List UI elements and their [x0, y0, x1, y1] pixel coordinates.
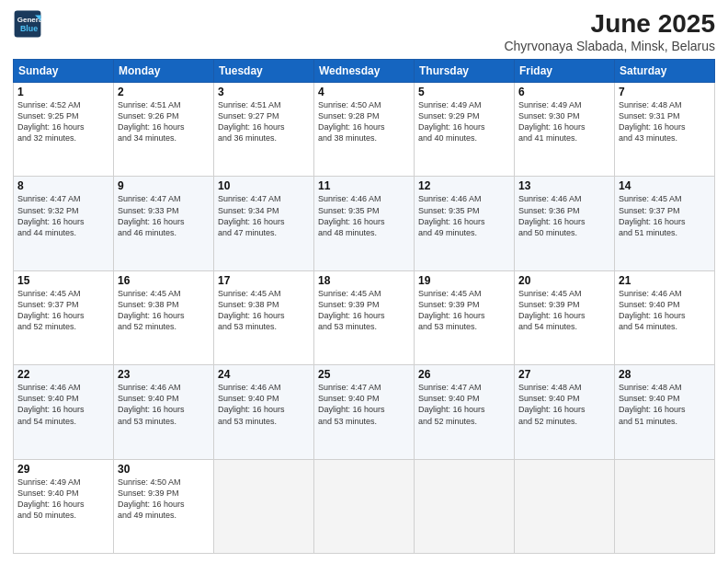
day-info: Sunrise: 4:48 AM Sunset: 9:40 PM Dayligh…: [518, 383, 586, 425]
day-number: 21: [619, 274, 711, 287]
day-number: 4: [318, 86, 410, 98]
day-info: Sunrise: 4:46 AM Sunset: 9:36 PM Dayligh…: [518, 194, 586, 236]
day-cell-29: 29Sunrise: 4:49 AM Sunset: 9:40 PM Dayli…: [14, 459, 114, 553]
day-cell-16: 16Sunrise: 4:45 AM Sunset: 9:38 PM Dayli…: [114, 270, 214, 364]
week-row-4: 22Sunrise: 4:46 AM Sunset: 9:40 PM Dayli…: [14, 365, 715, 459]
week-row-1: 1Sunrise: 4:52 AM Sunset: 9:25 PM Daylig…: [14, 83, 715, 177]
day-cell-11: 11Sunrise: 4:46 AM Sunset: 9:35 PM Dayli…: [314, 177, 415, 270]
day-cell-1: 1Sunrise: 4:52 AM Sunset: 9:25 PM Daylig…: [14, 83, 114, 177]
day-number: 12: [418, 179, 510, 192]
day-number: 13: [518, 179, 610, 192]
empty-cell: [214, 459, 314, 553]
day-number: 5: [418, 86, 510, 98]
day-info: Sunrise: 4:52 AM Sunset: 9:25 PM Dayligh…: [17, 100, 85, 143]
day-number: 19: [418, 274, 510, 287]
day-number: 1: [17, 86, 109, 98]
day-cell-4: 4Sunrise: 4:50 AM Sunset: 9:28 PM Daylig…: [314, 83, 415, 177]
day-info: Sunrise: 4:45 AM Sunset: 9:39 PM Dayligh…: [518, 289, 586, 331]
day-cell-19: 19Sunrise: 4:45 AM Sunset: 9:39 PM Dayli…: [415, 270, 515, 364]
page-title: June 2025: [504, 9, 715, 39]
day-cell-21: 21Sunrise: 4:46 AM Sunset: 9:40 PM Dayli…: [615, 270, 715, 364]
day-number: 28: [619, 368, 711, 381]
day-info: Sunrise: 4:50 AM Sunset: 9:39 PM Dayligh…: [118, 477, 185, 520]
calendar-header-row: SundayMondayTuesdayWednesdayThursdayFrid…: [14, 60, 715, 83]
day-info: Sunrise: 4:45 AM Sunset: 9:37 PM Dayligh…: [619, 194, 686, 236]
day-number: 7: [619, 86, 711, 98]
week-row-2: 8Sunrise: 4:47 AM Sunset: 9:32 PM Daylig…: [14, 177, 715, 270]
day-cell-6: 6Sunrise: 4:49 AM Sunset: 9:30 PM Daylig…: [515, 83, 615, 177]
title-block: June 2025 Chyrvonaya Slabada, Minsk, Bel…: [504, 9, 715, 53]
day-info: Sunrise: 4:45 AM Sunset: 9:39 PM Dayligh…: [318, 289, 385, 331]
day-number: 16: [118, 274, 210, 287]
day-info: Sunrise: 4:51 AM Sunset: 9:26 PM Dayligh…: [118, 100, 185, 143]
day-cell-24: 24Sunrise: 4:46 AM Sunset: 9:40 PM Dayli…: [214, 365, 314, 459]
day-cell-10: 10Sunrise: 4:47 AM Sunset: 9:34 PM Dayli…: [214, 177, 314, 270]
day-cell-20: 20Sunrise: 4:45 AM Sunset: 9:39 PM Dayli…: [515, 270, 615, 364]
col-header-sunday: Sunday: [14, 60, 114, 83]
day-cell-13: 13Sunrise: 4:46 AM Sunset: 9:36 PM Dayli…: [515, 177, 615, 270]
day-number: 8: [17, 179, 109, 192]
day-cell-2: 2Sunrise: 4:51 AM Sunset: 9:26 PM Daylig…: [114, 83, 214, 177]
day-info: Sunrise: 4:47 AM Sunset: 9:40 PM Dayligh…: [418, 383, 485, 425]
page-subtitle: Chyrvonaya Slabada, Minsk, Belarus: [504, 39, 715, 53]
day-info: Sunrise: 4:46 AM Sunset: 9:40 PM Dayligh…: [619, 289, 686, 331]
day-info: Sunrise: 4:46 AM Sunset: 9:35 PM Dayligh…: [418, 194, 485, 236]
empty-cell: [615, 459, 715, 553]
week-row-5: 29Sunrise: 4:49 AM Sunset: 9:40 PM Dayli…: [14, 459, 715, 553]
empty-cell: [314, 459, 415, 553]
day-cell-18: 18Sunrise: 4:45 AM Sunset: 9:39 PM Dayli…: [314, 270, 415, 364]
col-header-tuesday: Tuesday: [214, 60, 314, 83]
day-number: 14: [619, 179, 711, 192]
day-number: 3: [218, 86, 310, 98]
day-info: Sunrise: 4:45 AM Sunset: 9:39 PM Dayligh…: [418, 289, 485, 331]
day-cell-15: 15Sunrise: 4:45 AM Sunset: 9:37 PM Dayli…: [14, 270, 114, 364]
day-cell-8: 8Sunrise: 4:47 AM Sunset: 9:32 PM Daylig…: [14, 177, 114, 270]
week-row-3: 15Sunrise: 4:45 AM Sunset: 9:37 PM Dayli…: [14, 270, 715, 364]
day-number: 20: [518, 274, 610, 287]
day-info: Sunrise: 4:46 AM Sunset: 9:40 PM Dayligh…: [17, 383, 85, 425]
day-cell-25: 25Sunrise: 4:47 AM Sunset: 9:40 PM Dayli…: [314, 365, 415, 459]
day-number: 23: [118, 368, 210, 381]
day-number: 18: [318, 274, 410, 287]
col-header-friday: Friday: [515, 60, 615, 83]
day-cell-9: 9Sunrise: 4:47 AM Sunset: 9:33 PM Daylig…: [114, 177, 214, 270]
day-number: 27: [518, 368, 610, 381]
day-cell-23: 23Sunrise: 4:46 AM Sunset: 9:40 PM Dayli…: [114, 365, 214, 459]
day-number: 6: [518, 86, 610, 98]
day-cell-14: 14Sunrise: 4:45 AM Sunset: 9:37 PM Dayli…: [615, 177, 715, 270]
header: General Blue June 2025 Chyrvonaya Slabad…: [13, 9, 715, 53]
day-number: 24: [218, 368, 310, 381]
day-info: Sunrise: 4:47 AM Sunset: 9:40 PM Dayligh…: [318, 383, 385, 425]
day-info: Sunrise: 4:46 AM Sunset: 9:35 PM Dayligh…: [318, 194, 385, 236]
day-number: 2: [118, 86, 210, 98]
day-cell-28: 28Sunrise: 4:48 AM Sunset: 9:40 PM Dayli…: [615, 365, 715, 459]
day-info: Sunrise: 4:48 AM Sunset: 9:31 PM Dayligh…: [619, 100, 686, 143]
day-info: Sunrise: 4:49 AM Sunset: 9:29 PM Dayligh…: [418, 100, 485, 143]
day-info: Sunrise: 4:47 AM Sunset: 9:33 PM Dayligh…: [118, 194, 185, 236]
day-number: 17: [218, 274, 310, 287]
logo: General Blue: [13, 9, 42, 39]
day-info: Sunrise: 4:51 AM Sunset: 9:27 PM Dayligh…: [218, 100, 285, 143]
day-number: 26: [418, 368, 510, 381]
svg-text:Blue: Blue: [20, 24, 38, 33]
page: General Blue June 2025 Chyrvonaya Slabad…: [0, 0, 728, 563]
day-info: Sunrise: 4:48 AM Sunset: 9:40 PM Dayligh…: [619, 383, 686, 425]
day-info: Sunrise: 4:49 AM Sunset: 9:40 PM Dayligh…: [17, 477, 85, 520]
col-header-thursday: Thursday: [415, 60, 515, 83]
day-info: Sunrise: 4:47 AM Sunset: 9:32 PM Dayligh…: [17, 194, 85, 236]
day-number: 25: [318, 368, 410, 381]
empty-cell: [415, 459, 515, 553]
col-header-wednesday: Wednesday: [314, 60, 415, 83]
day-cell-30: 30Sunrise: 4:50 AM Sunset: 9:39 PM Dayli…: [114, 459, 214, 553]
day-cell-17: 17Sunrise: 4:45 AM Sunset: 9:38 PM Dayli…: [214, 270, 314, 364]
day-number: 29: [17, 463, 109, 476]
empty-cell: [515, 459, 615, 553]
day-number: 10: [218, 179, 310, 192]
day-number: 15: [17, 274, 109, 287]
day-info: Sunrise: 4:45 AM Sunset: 9:38 PM Dayligh…: [218, 289, 285, 331]
logo-icon: General Blue: [13, 9, 42, 39]
calendar-table: SundayMondayTuesdayWednesdayThursdayFrid…: [13, 59, 715, 554]
col-header-saturday: Saturday: [615, 60, 715, 83]
day-info: Sunrise: 4:49 AM Sunset: 9:30 PM Dayligh…: [518, 100, 586, 143]
day-number: 30: [118, 463, 210, 476]
